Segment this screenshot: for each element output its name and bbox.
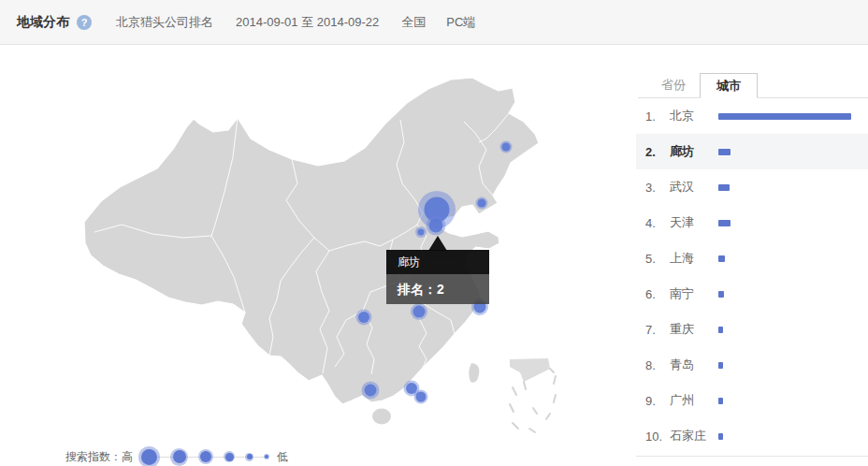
city-name: 广州 xyxy=(670,392,718,409)
region-filter: 全国 xyxy=(401,14,426,31)
index-bar xyxy=(718,433,723,440)
list-bottom-divider xyxy=(636,456,868,457)
rank-number: 6. xyxy=(645,287,670,301)
geo-distribution-page: 地域分布 ? 北京猎头公司排名 2014-09-01 至 2014-09-22 … xyxy=(0,0,868,466)
legend-scale xyxy=(138,446,269,466)
city-name: 廊坊 xyxy=(670,143,718,160)
map-bubble[interactable] xyxy=(500,141,513,153)
ranking-panel: 省份 城市 1. 北京 2. 廊坊 3. 武汉 4. 天津 5. 上海 6. 南… xyxy=(636,45,868,466)
rank-number: 1. xyxy=(645,109,670,124)
rank-number: 8. xyxy=(645,358,670,372)
city-name: 上海 xyxy=(670,250,718,267)
ranking-row[interactable]: 9. 广州 xyxy=(636,383,868,418)
platform-filter: PC端 xyxy=(446,14,475,31)
ranking-list: 1. 北京 2. 廊坊 3. 武汉 4. 天津 5. 上海 6. 南宁 7. 重… xyxy=(636,98,868,454)
city-name: 武汉 xyxy=(670,179,718,196)
index-bar xyxy=(718,327,723,333)
index-bar xyxy=(718,220,731,226)
city-name: 北京 xyxy=(670,108,718,124)
legend-circle xyxy=(138,446,160,466)
index-bar xyxy=(718,113,851,120)
city-name: 青岛 xyxy=(670,357,718,373)
content-area: 廊坊 排名：2 搜索指数：高 低 省份 城市 1. 北京 2. 廊坊 3. 武汉 xyxy=(0,45,868,466)
rank-number: 10. xyxy=(645,430,670,444)
legend-circle xyxy=(245,453,253,461)
tab-province[interactable]: 省份 xyxy=(644,73,702,98)
rank-number: 9. xyxy=(645,394,670,408)
index-bar xyxy=(718,291,724,298)
index-bar xyxy=(718,255,725,262)
map-bubble[interactable] xyxy=(356,310,372,326)
legend-circle xyxy=(264,454,269,459)
map-legend: 搜索指数：高 低 xyxy=(65,444,288,466)
city-name: 石家庄 xyxy=(670,428,718,444)
tab-city[interactable]: 城市 xyxy=(700,73,758,98)
page-header: 地域分布 ? 北京猎头公司排名 2014-09-01 至 2014-09-22 … xyxy=(0,0,868,45)
ranking-row[interactable]: 3. 武汉 xyxy=(636,169,868,205)
rank-number: 5. xyxy=(645,252,670,266)
ranking-row[interactable]: 1. 北京 xyxy=(636,98,868,134)
tooltip-arrow-icon xyxy=(428,236,447,251)
legend-circle xyxy=(170,448,188,466)
map-bubble[interactable] xyxy=(415,226,427,238)
tooltip-rank: 排名：2 xyxy=(386,274,489,304)
taiwan-island[interactable] xyxy=(469,363,479,383)
ranking-row[interactable]: 2. 廊坊 xyxy=(636,134,868,169)
city-name: 重庆 xyxy=(670,321,718,338)
legend-circle xyxy=(224,451,235,462)
page-title: 地域分布 xyxy=(17,14,69,31)
ranking-row[interactable]: 7. 重庆 xyxy=(636,312,868,347)
legend-circle xyxy=(198,449,213,464)
map-bubble[interactable] xyxy=(427,216,446,236)
city-name: 天津 xyxy=(670,214,718,231)
rank-number: 7. xyxy=(645,323,670,337)
map-tooltip: 廊坊 排名：2 xyxy=(386,250,489,304)
ranking-row[interactable]: 6. 南宁 xyxy=(636,276,868,312)
tooltip-city: 廊坊 xyxy=(386,250,489,274)
map-bubble[interactable] xyxy=(411,303,427,320)
rank-number: 2. xyxy=(645,145,670,159)
china-map[interactable] xyxy=(0,45,636,466)
map-bubble[interactable] xyxy=(476,197,488,210)
ranking-row[interactable]: 10. 石家庄 xyxy=(636,418,868,454)
legend-label-low: 低 xyxy=(277,449,288,465)
date-range: 2014-09-01 至 2014-09-22 xyxy=(236,14,379,31)
south-sea-inset xyxy=(510,358,556,432)
hainan-island[interactable] xyxy=(372,409,391,425)
map-bubble[interactable] xyxy=(362,382,380,400)
ranking-row[interactable]: 5. 上海 xyxy=(636,240,868,276)
index-bar xyxy=(718,184,730,191)
tab-bar: 省份 城市 xyxy=(636,45,868,98)
ranking-row[interactable]: 8. 青岛 xyxy=(636,347,868,383)
index-bar xyxy=(718,362,723,369)
query-keyword: 北京猎头公司排名 xyxy=(116,14,213,31)
index-bar xyxy=(718,149,731,155)
map-bubble[interactable] xyxy=(414,390,428,404)
ranking-row[interactable]: 4. 天津 xyxy=(636,205,868,240)
index-bar xyxy=(718,398,723,404)
legend-label-high: 搜索指数：高 xyxy=(65,449,133,465)
help-icon[interactable]: ? xyxy=(77,15,92,30)
rank-number: 4. xyxy=(645,216,670,230)
city-name: 南宁 xyxy=(670,285,718,302)
rank-number: 3. xyxy=(645,181,670,195)
